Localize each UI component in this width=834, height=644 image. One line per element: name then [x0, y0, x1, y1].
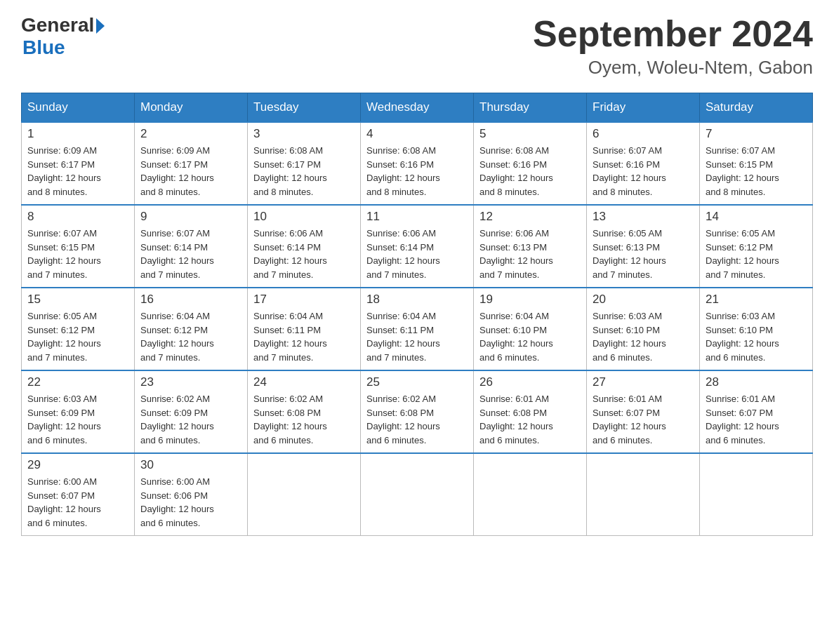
sunset-label: Sunset: 6:08 PM	[366, 408, 434, 418]
daylight-label: Daylight: 12 hours	[140, 338, 214, 349]
daylight-label: Daylight: 12 hours	[706, 338, 779, 349]
table-row: 16 Sunrise: 6:04 AM Sunset: 6:12 PM Dayl…	[135, 288, 248, 370]
table-row: 12 Sunrise: 6:06 AM Sunset: 6:13 PM Dayl…	[474, 205, 587, 288]
calendar-week-5: 29 Sunrise: 6:00 AM Sunset: 6:07 PM Dayl…	[22, 453, 813, 536]
sunrise-label: Sunrise: 6:01 AM	[593, 394, 662, 404]
sunset-label: Sunset: 6:17 PM	[140, 159, 208, 170]
day-number: 18	[366, 293, 468, 307]
daylight-label: Daylight: 12 hours	[366, 255, 440, 266]
daylight-minutes: and 6 minutes.	[706, 435, 765, 445]
sunset-label: Sunset: 6:09 PM	[27, 408, 95, 418]
daylight-minutes: and 6 minutes.	[479, 435, 539, 445]
sunrise-label: Sunrise: 6:06 AM	[479, 228, 549, 239]
daylight-minutes: and 6 minutes.	[593, 435, 652, 445]
sunrise-label: Sunrise: 6:02 AM	[366, 394, 436, 404]
sunset-label: Sunset: 6:07 PM	[27, 490, 95, 501]
sunset-label: Sunset: 6:11 PM	[253, 325, 321, 335]
day-number: 8	[27, 210, 128, 224]
calendar-week-3: 15 Sunrise: 6:05 AM Sunset: 6:12 PM Dayl…	[22, 288, 813, 370]
day-info: Sunrise: 6:08 AM Sunset: 6:17 PM Dayligh…	[253, 144, 355, 199]
sunset-label: Sunset: 6:10 PM	[593, 325, 660, 335]
table-row: 18 Sunrise: 6:04 AM Sunset: 6:11 PM Dayl…	[361, 288, 474, 370]
day-number: 2	[140, 127, 241, 141]
sunrise-label: Sunrise: 6:07 AM	[706, 145, 775, 156]
day-number: 20	[593, 293, 694, 307]
daylight-label: Daylight: 12 hours	[593, 255, 666, 266]
day-info: Sunrise: 6:06 AM Sunset: 6:14 PM Dayligh…	[253, 227, 355, 281]
table-row: 4 Sunrise: 6:08 AM Sunset: 6:16 PM Dayli…	[361, 122, 474, 205]
calendar-header-row: Sunday Monday Tuesday Wednesday Thursday…	[22, 93, 813, 123]
sunset-label: Sunset: 6:16 PM	[593, 159, 660, 170]
sunset-label: Sunset: 6:14 PM	[366, 242, 434, 253]
day-number: 30	[140, 458, 241, 472]
day-info: Sunrise: 6:07 AM Sunset: 6:16 PM Dayligh…	[593, 144, 694, 199]
daylight-label: Daylight: 12 hours	[27, 338, 101, 349]
sunrise-label: Sunrise: 6:05 AM	[593, 228, 662, 239]
day-info: Sunrise: 6:06 AM Sunset: 6:13 PM Dayligh…	[479, 227, 581, 281]
daylight-label: Daylight: 12 hours	[479, 173, 553, 183]
logo-triangle-icon	[96, 18, 105, 34]
day-number: 15	[27, 293, 128, 307]
table-row: 10 Sunrise: 6:06 AM Sunset: 6:14 PM Dayl…	[248, 205, 361, 288]
sunset-label: Sunset: 6:06 PM	[140, 490, 208, 501]
daylight-label: Daylight: 12 hours	[27, 504, 101, 514]
day-info: Sunrise: 6:04 AM Sunset: 6:12 PM Dayligh…	[140, 309, 241, 364]
table-row: 22 Sunrise: 6:03 AM Sunset: 6:09 PM Dayl…	[22, 370, 135, 453]
daylight-minutes: and 7 minutes.	[140, 352, 200, 363]
logo-blue: Blue	[22, 36, 65, 59]
table-row: 21 Sunrise: 6:03 AM Sunset: 6:10 PM Dayl…	[700, 288, 813, 370]
title-area: September 2024 Oyem, Woleu-Ntem, Gabon	[533, 14, 813, 79]
col-monday: Monday	[135, 93, 248, 123]
sunrise-label: Sunrise: 6:09 AM	[140, 145, 210, 156]
sunrise-label: Sunrise: 6:08 AM	[366, 145, 436, 156]
day-number: 3	[253, 127, 355, 141]
daylight-minutes: and 6 minutes.	[593, 352, 652, 363]
sunset-label: Sunset: 6:17 PM	[27, 159, 95, 170]
daylight-minutes: and 7 minutes.	[479, 269, 539, 280]
day-number: 4	[366, 127, 468, 141]
day-info: Sunrise: 6:00 AM Sunset: 6:07 PM Dayligh…	[27, 475, 128, 530]
table-row: 2 Sunrise: 6:09 AM Sunset: 6:17 PM Dayli…	[135, 122, 248, 205]
day-number: 14	[706, 210, 807, 224]
day-number: 27	[593, 375, 694, 389]
table-row: 11 Sunrise: 6:06 AM Sunset: 6:14 PM Dayl…	[361, 205, 474, 288]
day-number: 16	[140, 293, 241, 307]
sunrise-label: Sunrise: 6:02 AM	[253, 394, 323, 404]
calendar-week-4: 22 Sunrise: 6:03 AM Sunset: 6:09 PM Dayl…	[22, 370, 813, 453]
table-row	[361, 453, 474, 536]
table-row: 29 Sunrise: 6:00 AM Sunset: 6:07 PM Dayl…	[22, 453, 135, 536]
sunrise-label: Sunrise: 6:00 AM	[27, 476, 97, 487]
day-info: Sunrise: 6:03 AM Sunset: 6:10 PM Dayligh…	[706, 309, 807, 364]
daylight-minutes: and 8 minutes.	[140, 187, 200, 197]
daylight-label: Daylight: 12 hours	[253, 173, 327, 183]
sunset-label: Sunset: 6:12 PM	[140, 325, 208, 335]
daylight-label: Daylight: 12 hours	[479, 421, 553, 431]
col-saturday: Saturday	[700, 93, 813, 123]
day-info: Sunrise: 6:01 AM Sunset: 6:07 PM Dayligh…	[706, 392, 807, 447]
sunset-label: Sunset: 6:13 PM	[593, 242, 660, 253]
sunrise-label: Sunrise: 6:04 AM	[479, 311, 549, 321]
day-number: 26	[479, 375, 581, 389]
daylight-minutes: and 6 minutes.	[253, 435, 313, 445]
col-tuesday: Tuesday	[248, 93, 361, 123]
sunrise-label: Sunrise: 6:01 AM	[479, 394, 549, 404]
daylight-label: Daylight: 12 hours	[140, 255, 214, 266]
daylight-label: Daylight: 12 hours	[27, 173, 101, 183]
sunrise-label: Sunrise: 6:07 AM	[140, 228, 210, 239]
day-info: Sunrise: 6:02 AM Sunset: 6:08 PM Dayligh…	[366, 392, 468, 447]
daylight-label: Daylight: 12 hours	[706, 421, 779, 431]
sunrise-label: Sunrise: 6:09 AM	[27, 145, 97, 156]
table-row: 27 Sunrise: 6:01 AM Sunset: 6:07 PM Dayl…	[587, 370, 700, 453]
sunrise-label: Sunrise: 6:06 AM	[366, 228, 436, 239]
col-sunday: Sunday	[22, 93, 135, 123]
daylight-minutes: and 7 minutes.	[706, 269, 765, 280]
day-number: 29	[27, 458, 128, 472]
sunrise-label: Sunrise: 6:02 AM	[140, 394, 210, 404]
table-row: 19 Sunrise: 6:04 AM Sunset: 6:10 PM Dayl…	[474, 288, 587, 370]
col-wednesday: Wednesday	[361, 93, 474, 123]
sunset-label: Sunset: 6:13 PM	[479, 242, 547, 253]
calendar-table: Sunday Monday Tuesday Wednesday Thursday…	[21, 93, 813, 536]
daylight-label: Daylight: 12 hours	[27, 255, 101, 266]
day-info: Sunrise: 6:09 AM Sunset: 6:17 PM Dayligh…	[27, 144, 128, 199]
daylight-label: Daylight: 12 hours	[479, 255, 553, 266]
